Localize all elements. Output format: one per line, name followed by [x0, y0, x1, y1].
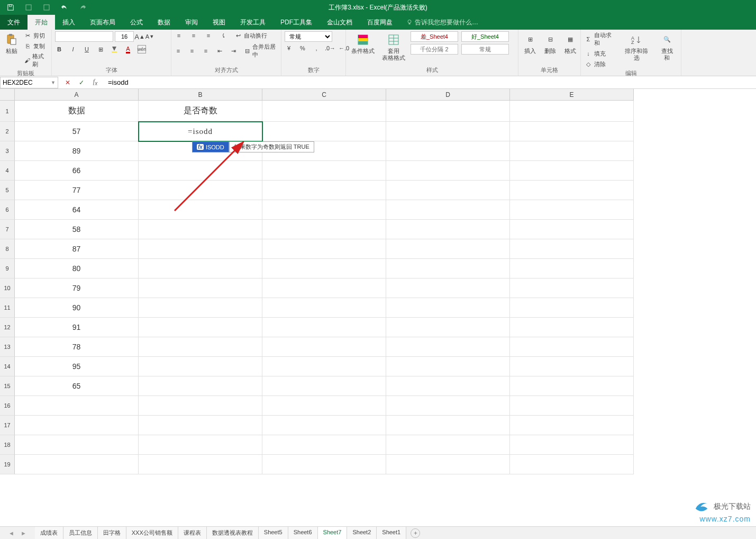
cell-E14[interactable]: [510, 357, 634, 376]
row-header-19[interactable]: 19: [0, 455, 15, 474]
font-family-select[interactable]: [55, 31, 113, 42]
clear-button[interactable]: ◇清除: [584, 60, 617, 68]
cell-A2[interactable]: 57: [15, 122, 139, 141]
tab-view[interactable]: 视图: [205, 15, 233, 30]
sheet-tab-Sheet6[interactable]: Sheet6: [288, 526, 318, 539]
cell-B11[interactable]: [139, 298, 262, 318]
cell-B14[interactable]: [139, 357, 262, 376]
cell-B8[interactable]: [139, 239, 262, 259]
cell-C16[interactable]: [262, 396, 386, 416]
column-header-A[interactable]: A: [15, 89, 139, 101]
cell-E7[interactable]: [510, 220, 634, 239]
conditional-format-button[interactable]: 条件格式: [349, 31, 377, 55]
tab-pdf[interactable]: PDF工具集: [273, 15, 320, 30]
chevron-down-icon[interactable]: ▼: [51, 80, 56, 85]
cell-B17[interactable]: [139, 416, 262, 435]
sheet-tab-Sheet2[interactable]: Sheet2: [347, 526, 377, 539]
row-header-16[interactable]: 16: [0, 396, 15, 416]
redo-icon[interactable]: [78, 3, 87, 12]
row-header-15[interactable]: 15: [0, 376, 15, 396]
align-right-icon[interactable]: ≡: [202, 47, 210, 55]
cell-A3[interactable]: 89: [15, 141, 139, 161]
format-as-table-button[interactable]: 套用 表格格式: [380, 31, 407, 61]
fx-icon[interactable]: fx: [91, 78, 99, 87]
cell-E13[interactable]: [510, 337, 634, 357]
cell-B15[interactable]: [139, 376, 262, 396]
orientation-icon[interactable]: ⤹: [219, 31, 227, 40]
row-header-5[interactable]: 5: [0, 181, 15, 200]
cell-E6[interactable]: [510, 200, 634, 220]
inc-decimal-icon[interactable]: .0→: [326, 44, 334, 52]
cell-D17[interactable]: [386, 416, 510, 435]
row-header-12[interactable]: 12: [0, 318, 15, 337]
cell-E17[interactable]: [510, 416, 634, 435]
row-header-4[interactable]: 4: [0, 161, 15, 181]
save-icon[interactable]: [6, 3, 15, 12]
tab-kingsoft[interactable]: 金山文档: [320, 15, 360, 30]
delete-cells-button[interactable]: ⊟删除: [542, 31, 559, 55]
comma-icon[interactable]: ,: [312, 44, 321, 52]
row-header-7[interactable]: 7: [0, 220, 15, 239]
sort-filter-button[interactable]: AZ排序和筛选: [620, 31, 653, 61]
cell-E8[interactable]: [510, 239, 634, 259]
font-color-button[interactable]: A: [124, 45, 132, 53]
cell-D19[interactable]: [386, 455, 510, 474]
cell-A13[interactable]: 78: [15, 337, 139, 357]
phonetic-button[interactable]: wén: [138, 45, 146, 53]
cell-C2[interactable]: [262, 122, 386, 141]
cell-A17[interactable]: [15, 416, 139, 435]
row-header-3[interactable]: 3: [0, 141, 15, 161]
cell-D2[interactable]: [386, 122, 510, 141]
autosum-button[interactable]: Σ自动求和: [584, 31, 617, 47]
cell-E16[interactable]: [510, 396, 634, 416]
cell-D9[interactable]: [386, 259, 510, 279]
cell-A7[interactable]: 58: [15, 220, 139, 239]
cell-B9[interactable]: [139, 259, 262, 279]
number-format-select[interactable]: 常规: [285, 31, 332, 42]
cell-C1[interactable]: [262, 101, 386, 122]
tab-data[interactable]: 数据: [150, 15, 178, 30]
undo-icon[interactable]: [60, 3, 69, 12]
cell-D16[interactable]: [386, 396, 510, 416]
sheet-tab-Sheet7[interactable]: Sheet7: [318, 526, 348, 539]
italic-button[interactable]: I: [69, 45, 77, 53]
cell-E12[interactable]: [510, 318, 634, 337]
cell-D11[interactable]: [386, 298, 510, 318]
cell-A16[interactable]: [15, 396, 139, 416]
tab-dev[interactable]: 开发工具: [233, 15, 273, 30]
cell-C8[interactable]: [262, 239, 386, 259]
row-header-10[interactable]: 10: [0, 279, 15, 298]
sheet-tab-XXX公司销售额[interactable]: XXX公司销售额: [126, 526, 178, 539]
tab-layout[interactable]: 页面布局: [83, 15, 123, 30]
cell-E4[interactable]: [510, 161, 634, 181]
merge-center-button[interactable]: ⊟合并后居中: [243, 43, 278, 59]
column-header-E[interactable]: E: [510, 89, 634, 101]
tab-file[interactable]: 文件: [0, 15, 28, 30]
tab-review[interactable]: 审阅: [178, 15, 205, 30]
cell-A4[interactable]: 66: [15, 161, 139, 181]
cell-C14[interactable]: [262, 357, 386, 376]
tab-baidu[interactable]: 百度网盘: [360, 15, 400, 30]
cell-D13[interactable]: [386, 337, 510, 357]
style-bad[interactable]: 差_Sheet4: [411, 31, 458, 42]
cell-C12[interactable]: [262, 318, 386, 337]
row-header-17[interactable]: 17: [0, 416, 15, 435]
cell-D18[interactable]: [386, 435, 510, 455]
cell-E15[interactable]: [510, 376, 634, 396]
cell-D1[interactable]: [386, 101, 510, 122]
row-header-2[interactable]: 2: [0, 122, 15, 141]
cell-D12[interactable]: [386, 318, 510, 337]
cell-C5[interactable]: [262, 181, 386, 200]
row-header-6[interactable]: 6: [0, 200, 15, 220]
enter-formula-icon[interactable]: ✓: [77, 78, 86, 87]
cell-C13[interactable]: [262, 337, 386, 357]
cell-D7[interactable]: [386, 220, 510, 239]
cell-B18[interactable]: [139, 435, 262, 455]
cell-B13[interactable]: [139, 337, 262, 357]
cell-A10[interactable]: 79: [15, 279, 139, 298]
tab-nav-next-icon[interactable]: ►: [21, 530, 26, 536]
cell-E11[interactable]: [510, 298, 634, 318]
cell-D3[interactable]: [386, 141, 510, 161]
cell-C7[interactable]: [262, 220, 386, 239]
cell-A15[interactable]: 65: [15, 376, 139, 396]
